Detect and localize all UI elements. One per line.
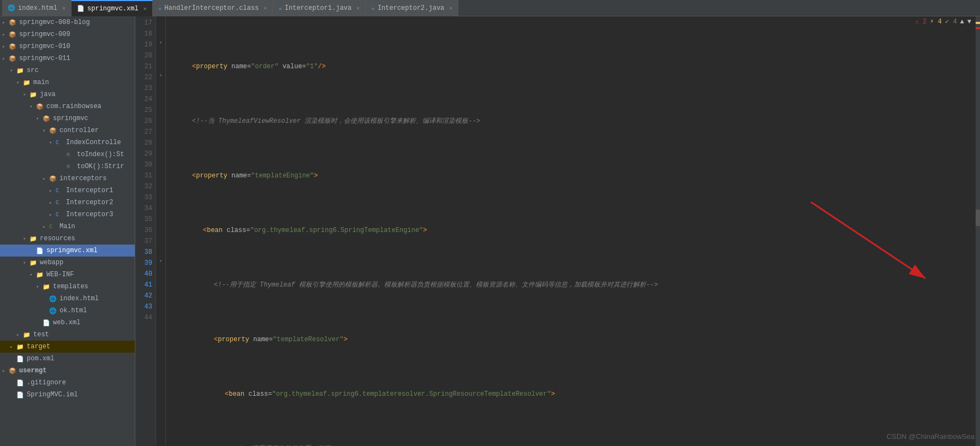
arrow-icon: ▸ xyxy=(2,368,9,374)
arrow-icon: ▾ xyxy=(23,236,29,242)
sidebar-item-web-xml[interactable]: 📄 web.xml xyxy=(0,317,135,329)
xml-file-icon: 📄 xyxy=(36,247,45,254)
folder-icon: 📁 xyxy=(23,331,32,338)
line-numbers: 17 18 19 20 21 22 23 24 25 26 27 28 29 3… xyxy=(135,16,156,446)
sidebar-item-interceptor1[interactable]: ▸ C Interceptor1 xyxy=(0,185,135,197)
close-tab-interceptor1[interactable]: ✕ xyxy=(356,5,360,11)
sidebar-item-com-rainbowsea[interactable]: ▾ 📦 com.rainbowsea xyxy=(0,100,135,112)
folder-icon: 📁 xyxy=(16,343,25,350)
sidebar-item-springmvc009[interactable]: ▸ 📦 springmvc-009 xyxy=(0,28,135,40)
nav-down[interactable]: ▼ xyxy=(967,18,971,26)
xml-file-icon: 📄 xyxy=(16,355,25,362)
sidebar-item-pom-xml[interactable]: 📄 pom.xml xyxy=(0,353,135,365)
sidebar-item-test[interactable]: ▸ 📁 test xyxy=(0,329,135,341)
xml-file-icon: 📄 xyxy=(43,319,51,326)
sidebar-item-springmvc008[interactable]: ▸ 📦 springmvc-008-blog xyxy=(0,16,135,28)
module-icon: 📦 xyxy=(9,43,17,50)
scroll-thumb[interactable] xyxy=(976,210,980,226)
sidebar-item-springmvc-iml[interactable]: 📄 SpringMVC.iml xyxy=(0,389,135,401)
code-area[interactable]: <property name="order" value="1"/> <!--当… xyxy=(166,16,980,446)
sidebar-item-controller[interactable]: ▾ 📦 controller xyxy=(0,124,135,136)
sidebar-item-target[interactable]: ▸ 📁 target xyxy=(0,341,135,353)
arrow-icon: ▸ xyxy=(49,212,56,218)
module-icon: 📦 xyxy=(9,367,17,374)
file-icon: 📄 xyxy=(16,379,25,386)
module-icon: 📦 xyxy=(9,19,17,26)
sidebar-item-resources[interactable]: ▾ 📁 resources xyxy=(0,233,135,245)
file-icon: 📄 xyxy=(16,391,25,399)
tab-index-html[interactable]: 🌐 index.html ✕ xyxy=(2,0,71,16)
folder-icon: 📁 xyxy=(29,235,38,242)
close-tab-interceptor2[interactable]: ✕ xyxy=(449,5,452,11)
sidebar-item-interceptor3[interactable]: ▸ C Interceptor3 xyxy=(0,209,135,221)
code-line-22: <property name="templateResolver"> xyxy=(170,334,976,345)
sidebar-item-gitignore[interactable]: 📄 .gitignore xyxy=(0,377,135,389)
sidebar-item-interceptors[interactable]: ▸ 📦 interceptors xyxy=(0,173,135,185)
sidebar-item-main[interactable]: ▾ 📁 main xyxy=(0,76,135,88)
ok-count: ✔ 4 xyxy=(945,17,957,26)
sidebar-item-tookay[interactable]: m toOK():Strir xyxy=(0,160,135,173)
arrow-icon: ▸ xyxy=(43,176,49,182)
tab-springmvc-xml[interactable]: 📄 springmvc.xml ✕ xyxy=(71,0,153,16)
close-tab-springmvc[interactable]: ✕ xyxy=(144,5,147,12)
sidebar-item-webapp[interactable]: ▾ 📁 webapp xyxy=(0,257,135,269)
tab-interceptor1[interactable]: ☕ Interceptor1.java ✕ xyxy=(273,0,366,16)
editor-content[interactable]: 17 18 19 20 21 22 23 24 25 26 27 28 29 3… xyxy=(135,16,980,446)
sidebar-item-ok-html[interactable]: 🌐 ok.html xyxy=(0,305,135,317)
class-file-icon: C xyxy=(56,212,64,218)
html-file-icon: 🌐 xyxy=(49,295,58,302)
package-icon: 📦 xyxy=(49,175,58,182)
scroll-indicator[interactable] xyxy=(976,16,980,446)
sidebar-item-springmvc010[interactable]: ▸ 📦 springmvc-010 xyxy=(0,40,135,52)
sidebar-item-interceptor2[interactable]: ▸ C Interceptor2 xyxy=(0,197,135,209)
nav-up[interactable]: ▲ xyxy=(960,18,964,26)
main-layout: ▸ 📦 springmvc-008-blog ▸ 📦 springmvc-009… xyxy=(0,16,980,446)
error-count: ⚠ 2 xyxy=(915,17,927,26)
sidebar-item-springmvc-xml[interactable]: 📄 springmvc.xml xyxy=(0,245,135,257)
code-line-20: <bean class="org.thymeleaf.spring6.Sprin… xyxy=(170,225,976,236)
arrow-icon: ▾ xyxy=(43,128,49,134)
package-icon: 📦 xyxy=(43,115,51,122)
arrow-icon: ▸ xyxy=(2,56,9,62)
tab-bar: 🌐 index.html ✕ 📄 springmvc.xml ✕ ☕ Handl… xyxy=(0,0,980,16)
sidebar-item-src[interactable]: ▾ 📁 src xyxy=(0,64,135,76)
java-icon-1: ☕ xyxy=(278,4,282,11)
arrow-icon: ▾ xyxy=(29,272,36,278)
code-line-24: <!--设置模板文件的位置（前缀）--> xyxy=(170,443,976,446)
module-icon: 📦 xyxy=(9,55,17,62)
folder-icon: 📁 xyxy=(16,67,25,74)
sidebar[interactable]: ▸ 📦 springmvc-008-blog ▸ 📦 springmvc-009… xyxy=(0,16,135,446)
svg-line-1 xyxy=(811,202,925,278)
method-icon: m xyxy=(67,152,75,158)
sidebar-item-springmvc011[interactable]: ▸ 📦 springmvc-011 xyxy=(0,52,135,64)
sidebar-item-usermgt[interactable]: ▸ 📦 usermgt xyxy=(0,365,135,377)
arrow-icon: ▸ xyxy=(2,32,9,38)
arrow-icon: ▾ xyxy=(16,80,23,86)
sidebar-item-java[interactable]: ▾ 📁 java xyxy=(0,88,135,100)
folder-icon: 📁 xyxy=(23,79,32,86)
close-tab-handler[interactable]: ✕ xyxy=(264,5,267,11)
sidebar-item-toindex[interactable]: m toIndex():St xyxy=(0,148,135,160)
tab-interceptor2[interactable]: ☕ Interceptor2.java ✕ xyxy=(366,0,458,16)
html-icon: 🌐 xyxy=(8,4,15,11)
close-tab-index[interactable]: ✕ xyxy=(62,5,65,11)
sidebar-item-index-html[interactable]: 🌐 index.html xyxy=(0,293,135,305)
arrow-icon: ▸ xyxy=(16,332,23,338)
arrow-icon: ▾ xyxy=(10,68,16,74)
gutter: ▾ ▾ xyxy=(156,16,166,446)
sidebar-item-web-inf[interactable]: ▾ 📁 WEB-INF xyxy=(0,269,135,281)
arrow-icon: ▸ xyxy=(49,200,56,206)
sidebar-item-main-class[interactable]: ▸ C Main xyxy=(0,221,135,233)
folder-icon: 📁 xyxy=(43,283,51,290)
tab-handlerinterceptor[interactable]: ☕ HandlerInterceptor.class ✕ xyxy=(153,0,273,16)
arrow-icon: ▾ xyxy=(29,104,36,110)
module-icon: 📦 xyxy=(9,31,17,38)
sidebar-item-springmvc-pkg[interactable]: ▾ 📦 springmvc xyxy=(0,112,135,124)
java-src-icon: 📁 xyxy=(29,91,38,98)
scroll-marker-error xyxy=(976,27,980,29)
folder-icon: 📁 xyxy=(36,271,45,278)
sidebar-item-indexcontroller[interactable]: ▾ C IndexControlle xyxy=(0,136,135,148)
sidebar-item-templates[interactable]: ▾ 📁 templates xyxy=(0,281,135,293)
arrow-icon: ▸ xyxy=(2,20,9,26)
class-file-icon: C xyxy=(56,140,64,146)
